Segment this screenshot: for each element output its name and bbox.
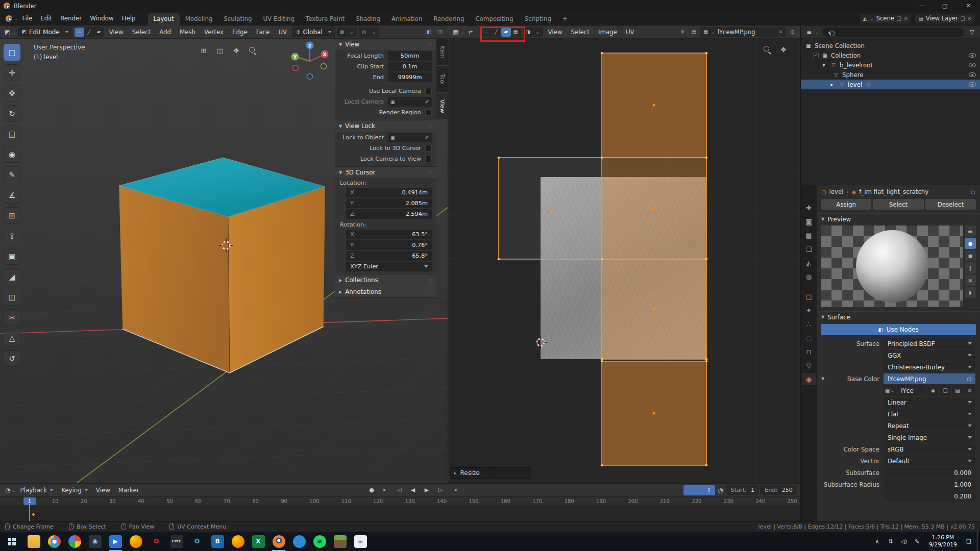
lock-to-object-field[interactable]: ▣ ✐ — [388, 133, 432, 142]
field-value[interactable]: Linear — [884, 397, 975, 408]
outliner-row-sphere[interactable]: ▽ Sphere — [801, 70, 980, 80]
duplicate-image-button[interactable]: ❏ — [940, 385, 951, 396]
use-nodes-button[interactable]: ◧ Use Nodes — [821, 324, 976, 335]
sidebar-tab[interactable]: Item — [436, 39, 448, 65]
uv-menu[interactable]: Select — [568, 29, 593, 36]
tool-move[interactable]: ✥ — [4, 85, 20, 102]
field-value[interactable]: Christensen-Burley — [884, 362, 975, 372]
snap-options-chevron[interactable]: ⌄ — [347, 28, 357, 37]
cursor-location-field[interactable]: X:-0.4914m — [346, 188, 432, 197]
sticky-selection-icon[interactable]: ◨ — [523, 28, 533, 37]
view-layer-selector[interactable]: ▤ View Layer ❏ ✕ — [915, 14, 975, 23]
cursor-location-field[interactable]: Z:2.594m — [346, 209, 432, 219]
expand-triangle-icon[interactable]: ▾ — [820, 62, 827, 68]
uv-menu[interactable]: UV — [622, 29, 638, 36]
local-camera-field[interactable]: ▣ ✐ — [388, 97, 432, 107]
outliner-editor-icon[interactable]: ≡ — [804, 28, 814, 37]
new-scene-icon[interactable]: ❏ — [897, 16, 901, 21]
operator-panel[interactable]: ▸ Resize — [450, 467, 531, 479]
search-input[interactable] — [822, 28, 964, 37]
b-app-icon[interactable]: B — [207, 532, 228, 551]
face-select-mode-button[interactable]: ▰ — [94, 28, 104, 37]
scene-selector[interactable]: ◭ ⌄ Scene ❏ ✕ — [860, 14, 912, 23]
tool-annotate[interactable]: ✎ — [4, 166, 20, 183]
scene-tab[interactable]: ◭ — [802, 257, 816, 269]
topbar-menu[interactable]: Render — [56, 12, 86, 25]
proportional-falloff-chevron[interactable]: ⌄ — [369, 28, 379, 37]
viewport-canvas[interactable]: User Perspective (1) level ▢✛✥↻◱◉✎∡⊞⇧▣◢◫… — [0, 39, 448, 483]
tool-measure[interactable]: ∡ — [4, 187, 20, 204]
breadcrumb-object[interactable]: level — [829, 188, 843, 195]
workspace-tab[interactable]: Modeling — [180, 13, 218, 26]
play-button[interactable]: ▶ — [421, 485, 433, 495]
google-app-icon[interactable] — [64, 532, 85, 551]
workspace-tab[interactable]: Scripting — [519, 13, 556, 26]
editor-type-icon[interactable]: ◩ — [3, 28, 12, 37]
prev-keyframe-button[interactable]: ◁ — [393, 485, 406, 495]
auto-key-button[interactable]: ● — [365, 485, 378, 495]
timeline-menu[interactable]: Playback — [17, 487, 57, 494]
hide-eye-icon[interactable] — [969, 72, 976, 77]
workspace-tab[interactable]: Shading — [350, 13, 386, 26]
proportional-editing-icon[interactable]: ◎ — [359, 28, 369, 37]
tool-extrude-region[interactable]: ⇧ — [4, 228, 20, 244]
object-data-tab[interactable]: ▽ — [802, 359, 816, 371]
show-desktop-button[interactable] — [977, 532, 980, 551]
topbar-menu[interactable]: File — [18, 12, 37, 25]
minecraft-icon[interactable] — [330, 532, 350, 551]
pen-icon[interactable]: ✎ — [911, 532, 924, 551]
network-icon[interactable]: ⇅ — [884, 532, 897, 551]
sidebar-tab[interactable]: View — [436, 93, 448, 119]
workspace-tab[interactable]: Layout — [148, 13, 180, 26]
preview-cloth-button[interactable]: ≋ — [965, 274, 976, 286]
view-layer-tab[interactable]: ❏ — [802, 243, 816, 255]
image-name-field[interactable]: lYce — [897, 385, 926, 396]
material-tab[interactable]: ◉ — [802, 373, 816, 385]
workspace-tab[interactable]: Sculpting — [218, 13, 257, 26]
annotations-panel-header[interactable]: ▶ Annotations ∷ — [335, 286, 436, 297]
delete-view-layer-icon[interactable]: ✕ — [968, 16, 972, 21]
sticky-selection-chevron[interactable]: ⌄ — [533, 28, 543, 37]
tool-poly-build[interactable]: △ — [4, 330, 20, 346]
navigation-gizmo[interactable]: Z X Y — [288, 40, 331, 83]
collections-panel-header[interactable]: ▶ Collections ∷ — [335, 274, 436, 286]
delete-scene-icon[interactable]: ✕ — [904, 16, 908, 21]
field-value[interactable]: Single Image — [884, 432, 975, 443]
cursor-location-field[interactable]: Y:2.085m — [346, 198, 432, 208]
current-frame-field[interactable]: 1 — [683, 485, 715, 495]
playhead-frame-badge[interactable]: 1 — [23, 497, 36, 505]
timeline-ruler[interactable]: 1102030405060708090100110120130140150160… — [0, 497, 800, 521]
breadcrumb-material[interactable]: f_im flat_light_scratchy — [859, 188, 928, 195]
surface-panel-header[interactable]: ▼ Surface ∷ — [817, 311, 980, 322]
firefox-2-icon[interactable] — [228, 532, 248, 551]
collection-checkbox[interactable]: ✓ — [813, 53, 819, 58]
fake-user-button[interactable]: ◈ — [927, 385, 939, 396]
tool-bevel[interactable]: ◢ — [4, 268, 20, 285]
pin-icon[interactable]: ⊙ — [788, 28, 797, 37]
workspace-tab[interactable]: Compositing — [470, 13, 519, 26]
timeline-menu[interactable]: Keying — [58, 487, 91, 494]
field-value[interactable]: Principled BSDF — [884, 338, 975, 349]
viewport-menu[interactable]: View — [106, 29, 127, 36]
viewport-menu[interactable]: UV — [275, 29, 290, 36]
camera-view-icon[interactable]: ◫ — [214, 45, 226, 56]
spotify-icon[interactable]: ≋ — [309, 532, 330, 551]
preview-cube-button[interactable]: ◼ — [965, 250, 976, 261]
taskbar-clock[interactable]: 1:26 PM 9/29/2019 — [924, 534, 962, 548]
tool-spin[interactable]: ↺ — [4, 350, 20, 367]
viewport-menu[interactable]: Mesh — [176, 29, 199, 36]
close-button[interactable]: ✕ — [957, 0, 980, 12]
workspace-tab[interactable]: Rendering — [428, 13, 470, 26]
topbar-menu[interactable]: Edit — [36, 12, 56, 25]
hide-eye-icon[interactable] — [969, 63, 976, 67]
pan-icon[interactable]: ✥ — [778, 44, 789, 55]
constraints-tab[interactable]: ⊓ — [802, 345, 816, 358]
view-lock-panel-header[interactable]: ▼ View Lock ∷ — [335, 120, 436, 132]
field-value[interactable]: Default — [884, 456, 975, 466]
timeline-editor-icon[interactable]: ◔ — [3, 486, 12, 495]
workspace-tab[interactable]: Texture Paint — [300, 13, 350, 26]
show-gizmo-icon[interactable]: ◧ — [424, 28, 434, 37]
unlink-image-icon[interactable]: ✕ — [779, 29, 783, 35]
tool-transform[interactable]: ◉ — [4, 146, 20, 163]
uv-menu[interactable]: Image — [595, 29, 621, 36]
